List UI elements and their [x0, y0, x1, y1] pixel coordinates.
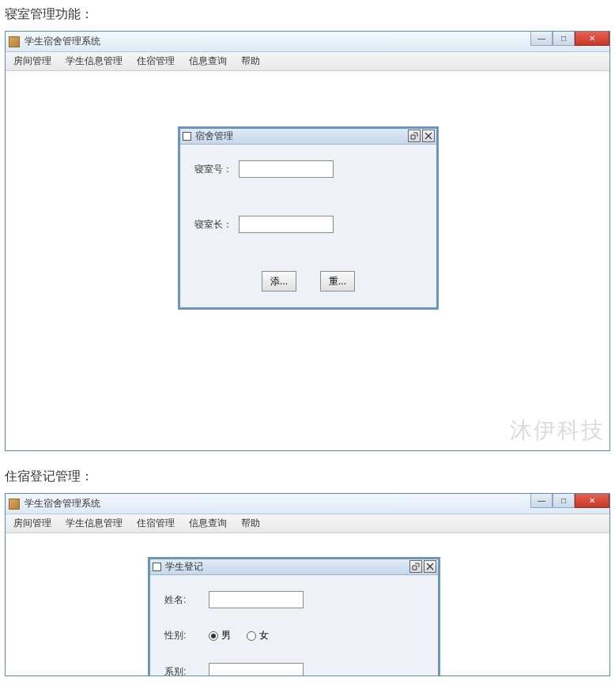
radio-male-label: 男: [221, 629, 231, 642]
client-area-2: 学生登记 姓名: 性别:: [6, 533, 609, 676]
sex-label: 性别:: [164, 629, 209, 642]
section2-title: 住宿登记管理：: [0, 462, 615, 493]
dialog2-title: 学生登记: [165, 560, 203, 574]
room-number-label: 寝室号：: [194, 163, 239, 176]
dorm-manage-dialog: 宿舍管理 寝室号： 寝室长：: [178, 126, 439, 310]
menu-help[interactable]: 帮助: [238, 515, 263, 532]
app-window-2: 学生宿舍管理系统 — □ ✕ 房间管理 学生信息管理 住宿管理 信息查询 帮助 …: [5, 493, 610, 676]
name-input[interactable]: [209, 591, 304, 608]
dialog-close-icon[interactable]: [424, 560, 436, 573]
menu-room[interactable]: 房间管理: [10, 53, 55, 70]
menu-room[interactable]: 房间管理: [10, 515, 55, 532]
menubar-1: 房间管理 学生信息管理 住宿管理 信息查询 帮助: [6, 52, 609, 71]
name-label: 姓名:: [164, 593, 209, 607]
dialog1-titlebar: 宿舍管理: [180, 129, 436, 145]
menu-query[interactable]: 信息查询: [186, 53, 230, 70]
maximize-button[interactable]: □: [553, 32, 575, 46]
window-controls-2: — □ ✕: [530, 494, 609, 508]
dialog1-title: 宿舍管理: [195, 130, 233, 143]
dept-label: 系别:: [164, 665, 209, 676]
radio-female[interactable]: 女: [247, 629, 269, 642]
student-register-dialog: 学生登记 姓名: 性别:: [148, 557, 440, 676]
client-area-1: 宿舍管理 寝室号： 寝室长：: [6, 71, 609, 450]
watermark: 沐伊科技: [510, 416, 605, 446]
app-title-2: 学生宿舍管理系统: [25, 497, 100, 510]
dialog-maximize-icon[interactable]: [409, 560, 422, 573]
room-leader-input[interactable]: [239, 216, 334, 233]
menu-stay[interactable]: 住宿管理: [134, 515, 178, 532]
reset-button[interactable]: 重...: [320, 271, 355, 292]
room-leader-label: 寝室长：: [194, 218, 239, 231]
dialog2-body: 姓名: 性别: 男 女: [150, 575, 438, 676]
menubar-2: 房间管理 学生信息管理 住宿管理 信息查询 帮助: [6, 514, 609, 533]
radio-icon: [247, 631, 256, 641]
close-button[interactable]: ✕: [575, 494, 609, 508]
dialog-icon: [183, 132, 191, 141]
minimize-button[interactable]: —: [530, 32, 553, 46]
menu-student[interactable]: 学生信息管理: [62, 53, 126, 70]
radio-female-label: 女: [259, 629, 269, 642]
sex-radio-group: 男 女: [209, 629, 269, 642]
dialog-close-icon[interactable]: [422, 130, 435, 142]
close-button[interactable]: ✕: [575, 32, 609, 46]
java-app-icon: [9, 499, 20, 510]
menu-help[interactable]: 帮助: [238, 53, 263, 70]
dept-input[interactable]: [209, 663, 304, 676]
java-app-icon: [9, 36, 20, 47]
room-number-input[interactable]: [239, 160, 334, 178]
radio-icon: [209, 631, 218, 641]
dialog-maximize-icon[interactable]: [408, 130, 421, 142]
app-window-1: 学生宿舍管理系统 — □ ✕ 房间管理 学生信息管理 住宿管理 信息查询 帮助 …: [5, 31, 610, 451]
titlebar-2: 学生宿舍管理系统 — □ ✕: [6, 494, 609, 514]
app-title-1: 学生宿舍管理系统: [25, 35, 100, 48]
menu-query[interactable]: 信息查询: [186, 515, 230, 532]
add-button[interactable]: 添...: [262, 271, 296, 292]
radio-male[interactable]: 男: [209, 629, 231, 642]
titlebar-1: 学生宿舍管理系统 — □ ✕: [6, 32, 609, 52]
maximize-button[interactable]: □: [553, 494, 575, 508]
dialog-icon: [153, 563, 161, 571]
dialog2-titlebar: 学生登记: [150, 559, 438, 575]
minimize-button[interactable]: —: [530, 494, 553, 508]
menu-student[interactable]: 学生信息管理: [62, 515, 126, 532]
section1-title: 寝室管理功能：: [0, 0, 615, 31]
dialog1-body: 寝室号： 寝室长： 添... 重...: [180, 145, 436, 307]
window-controls-1: — □ ✕: [530, 32, 609, 46]
menu-stay[interactable]: 住宿管理: [134, 53, 178, 70]
